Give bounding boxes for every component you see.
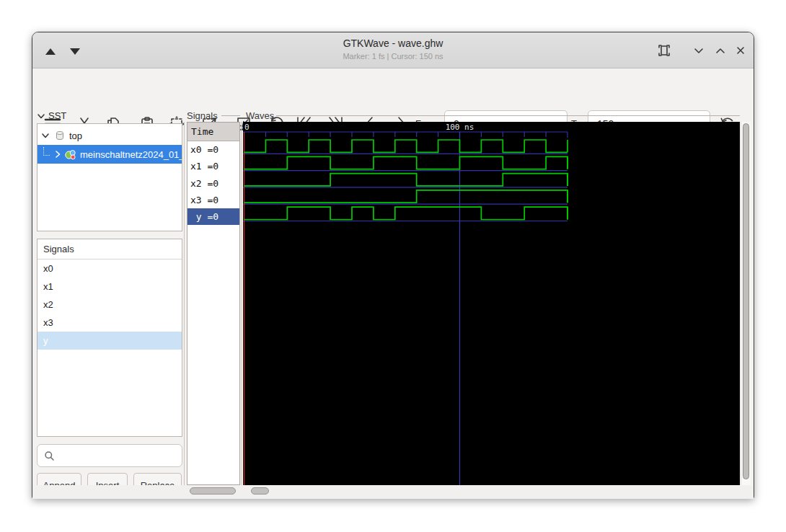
- signals-panel: Signals x0x1x2x3y: [37, 239, 182, 437]
- bottom-scroll-strip: [32, 485, 754, 499]
- svg-text:100 ns: 100 ns: [446, 123, 474, 132]
- name-list-hscroll-thumb[interactable]: [190, 487, 236, 495]
- signal-search[interactable]: [37, 444, 182, 467]
- maximize-icon[interactable]: [711, 41, 730, 60]
- scrollbar-thumb[interactable]: [743, 123, 749, 479]
- list-item[interactable]: y: [37, 332, 182, 350]
- sst-header-label: SST: [48, 110, 66, 121]
- wave-name-row[interactable]: x3 =0: [187, 192, 239, 208]
- module-icon: [64, 148, 76, 161]
- window-title: GTKWave - wave.ghw: [177, 37, 609, 49]
- marker-cursor-status: Marker: 1 fs | Cursor: 150 ns: [177, 52, 609, 61]
- titlebar: GTKWave - wave.ghw Marker: 1 fs | Cursor…: [32, 32, 754, 68]
- time-header[interactable]: Time: [187, 123, 239, 141]
- wave-hscroll-thumb[interactable]: [251, 487, 269, 495]
- close-icon[interactable]: [731, 41, 750, 60]
- tree-connector: [43, 147, 50, 156]
- list-item[interactable]: x3: [37, 314, 182, 332]
- list-item[interactable]: x0: [37, 260, 182, 278]
- list-item[interactable]: x2: [37, 296, 182, 314]
- wave-name-panel: Time x0 =0x1 =0x2 =0x3 =0 y =0: [187, 122, 240, 485]
- list-item[interactable]: x1: [37, 278, 182, 296]
- fullscreen-icon[interactable]: [655, 41, 674, 60]
- pane-up-button[interactable]: [45, 48, 56, 55]
- chevron-down-icon[interactable]: [41, 131, 51, 140]
- wave-name-list: x0 =0x1 =0x2 =0x3 =0 y =0: [187, 141, 239, 225]
- wave-name-row[interactable]: x1 =0: [187, 158, 239, 174]
- signals-list: x0x1x2x3y: [37, 260, 182, 350]
- minimize-icon[interactable]: [689, 41, 708, 60]
- wave-name-row[interactable]: x0 =0: [187, 141, 239, 158]
- signals-panel-header: Signals: [37, 239, 182, 260]
- waves-frame-label: Waves: [246, 110, 274, 121]
- toolbar: From: To:: [32, 68, 754, 107]
- search-icon: [44, 451, 55, 461]
- tree-item-label: top: [69, 130, 82, 141]
- sst-expander-icon: [37, 112, 45, 120]
- wave-canvas[interactable]: 0100 ns: [243, 122, 740, 485]
- pane-down-button[interactable]: [70, 48, 80, 55]
- svg-text:0: 0: [244, 123, 250, 132]
- sst-tree: top meinschaltnetz2024_01_: [37, 123, 182, 231]
- tree-item-top[interactable]: top: [37, 126, 182, 145]
- wave-vertical-scrollbar[interactable]: [741, 122, 751, 485]
- tree-item-label: meinschaltnetz2024_01_: [80, 149, 182, 160]
- gtkwave-window: GTKWave - wave.ghw Marker: 1 fs | Cursor…: [32, 32, 754, 499]
- wave-list-frame-label: Signals: [187, 110, 218, 121]
- scope-cylinder-icon: [54, 130, 66, 141]
- wave-name-row[interactable]: y =0: [187, 208, 239, 225]
- chevron-right-icon[interactable]: [53, 150, 63, 159]
- tree-item-module[interactable]: meinschaltnetz2024_01_: [37, 145, 182, 164]
- wave-name-row[interactable]: x2 =0: [187, 175, 239, 192]
- sst-section[interactable]: SST: [37, 110, 66, 121]
